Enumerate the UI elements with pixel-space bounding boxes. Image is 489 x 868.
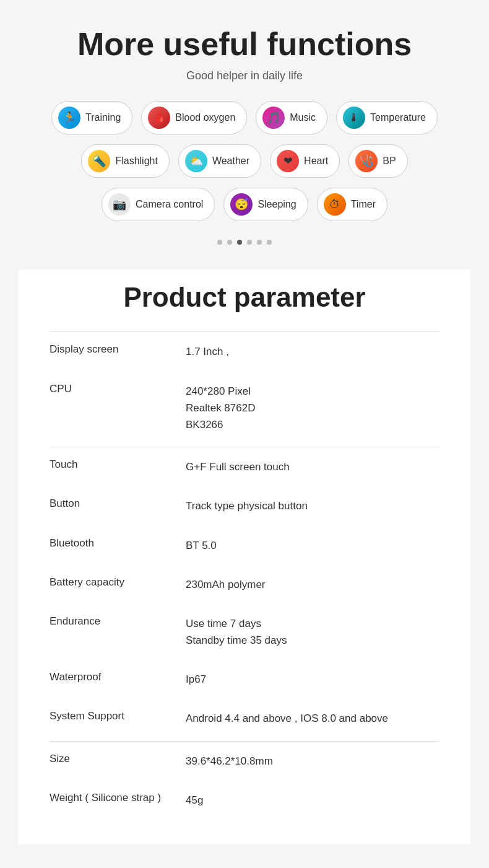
- pagination-dot-0: [217, 240, 222, 245]
- param-label: Size: [50, 753, 186, 765]
- param-value: 39.6*46.2*10.8mm: [186, 753, 439, 769]
- param-value: Android 4.4 and above , IOS 8.0 and abov…: [186, 710, 439, 727]
- param-row: TouchG+F Full screen touch: [50, 447, 439, 486]
- feature-pill-weather: ⛅Weather: [178, 144, 261, 178]
- param-label: CPU: [50, 383, 186, 395]
- feature-icon-music: 🎵: [262, 107, 285, 129]
- param-value: Ip67: [186, 671, 439, 688]
- param-row: ButtonTrack type physical button: [50, 486, 439, 525]
- param-row: BluetoothBT 5.0: [50, 526, 439, 565]
- param-label: System Support: [50, 710, 186, 722]
- param-row: Display screen1.7 Inch ,: [50, 332, 439, 371]
- feature-label-training: Training: [85, 112, 121, 123]
- feature-label-sleeping: Sleeping: [257, 199, 296, 210]
- feature-pill-camera: 📷Camera control: [102, 188, 215, 221]
- product-param-section: Product parameter Display screen1.7 Inch…: [19, 270, 470, 844]
- feature-label-temperature: Temperature: [370, 112, 426, 123]
- subtitle: Good helper in daily life: [19, 69, 470, 82]
- param-row: Weight ( Silicone strap )45g: [50, 781, 439, 820]
- param-label: Touch: [50, 458, 186, 471]
- param-value: Track type physical button: [186, 498, 439, 514]
- feature-label-weather: Weather: [212, 156, 249, 167]
- param-group-0: Display screen1.7 Inch ,CPU240*280 Pixel…: [50, 331, 439, 444]
- param-label: Weight ( Silicone strap ): [50, 792, 186, 804]
- param-label: Bluetooth: [50, 537, 186, 550]
- param-row: Size39.6*46.2*10.8mm: [50, 742, 439, 781]
- feature-pill-flashlight: 🔦Flashlight: [81, 144, 169, 178]
- pagination-dot-5: [267, 240, 272, 245]
- param-label: Endurance: [50, 615, 186, 628]
- param-row: Battery capacity230mAh polymer: [50, 565, 439, 604]
- feature-icon-blood-oxygen: 🩸: [148, 107, 170, 129]
- feature-row-2: 🔦Flashlight⛅Weather❤Heart🩺BP: [19, 144, 470, 178]
- param-label: Display screen: [50, 343, 186, 356]
- feature-icon-timer: ⏱: [324, 193, 346, 216]
- feature-label-camera: Camera control: [136, 199, 203, 210]
- param-value: 240*280 PixelRealtek 8762DBK3266: [186, 383, 439, 434]
- feature-pill-music: 🎵Music: [256, 101, 327, 134]
- feature-pill-blood-oxygen: 🩸Blood oxygen: [141, 101, 247, 134]
- param-group-1: TouchG+F Full screen touchButtonTrack ty…: [50, 447, 439, 739]
- feature-pill-training: 🏃Training: [51, 101, 132, 134]
- feature-pill-heart: ❤Heart: [270, 144, 340, 178]
- feature-label-heart: Heart: [304, 156, 328, 167]
- param-row: WaterproofIp67: [50, 660, 439, 699]
- feature-label-music: Music: [290, 112, 316, 123]
- feature-label-timer: Timer: [351, 199, 376, 210]
- feature-label-flashlight: Flashlight: [115, 156, 157, 167]
- feature-label-blood-oxygen: Blood oxygen: [175, 112, 235, 123]
- param-row: System SupportAndroid 4.4 and above , IO…: [50, 699, 439, 738]
- param-value: 1.7 Inch ,: [186, 343, 439, 360]
- feature-icon-camera: 📷: [108, 193, 131, 216]
- feature-icon-weather: ⛅: [185, 150, 207, 172]
- feature-icon-sleeping: 😴: [230, 193, 253, 216]
- param-label: Button: [50, 498, 186, 510]
- feature-pill-bp: 🩺BP: [348, 144, 407, 178]
- param-label: Waterproof: [50, 671, 186, 683]
- param-group-2: Size39.6*46.2*10.8mmWeight ( Silicone st…: [50, 741, 439, 820]
- pagination-dot-4: [257, 240, 262, 245]
- pagination-dot-3: [247, 240, 252, 245]
- param-groups: Display screen1.7 Inch ,CPU240*280 Pixel…: [50, 331, 439, 820]
- param-value: BT 5.0: [186, 537, 439, 554]
- features-section: 🏃Training🩸Blood oxygen🎵Music🌡Temperature…: [19, 101, 470, 221]
- param-value: Use time 7 daysStandby time 35 days: [186, 615, 439, 649]
- pagination-dots: [19, 240, 470, 245]
- param-row: CPU240*280 PixelRealtek 8762DBK3266: [50, 372, 439, 445]
- header-section: More useful functions Good helper in dai…: [19, 25, 470, 82]
- param-label: Battery capacity: [50, 576, 186, 589]
- param-value: 45g: [186, 792, 439, 809]
- feature-label-bp: BP: [383, 156, 396, 167]
- section-title: Product parameter: [50, 282, 439, 313]
- param-value: G+F Full screen touch: [186, 458, 439, 475]
- main-title: More useful functions: [19, 25, 470, 63]
- feature-pill-sleeping: 😴Sleeping: [223, 188, 308, 221]
- feature-row-1: 🏃Training🩸Blood oxygen🎵Music🌡Temperature: [19, 101, 470, 134]
- param-value: 230mAh polymer: [186, 576, 439, 593]
- feature-icon-heart: ❤: [277, 150, 299, 172]
- page-wrapper: More useful functions Good helper in dai…: [0, 0, 489, 868]
- feature-icon-temperature: 🌡: [343, 107, 365, 129]
- pagination-dot-2: [237, 240, 242, 245]
- pagination-dot-1: [227, 240, 232, 245]
- feature-pill-timer: ⏱Timer: [317, 188, 387, 221]
- feature-icon-flashlight: 🔦: [88, 150, 110, 172]
- feature-pill-temperature: 🌡Temperature: [336, 101, 438, 134]
- feature-icon-training: 🏃: [58, 107, 80, 129]
- feature-row-3: 📷Camera control😴Sleeping⏱Timer: [19, 188, 470, 221]
- feature-icon-bp: 🩺: [355, 150, 378, 172]
- param-row: EnduranceUse time 7 daysStandby time 35 …: [50, 604, 439, 660]
